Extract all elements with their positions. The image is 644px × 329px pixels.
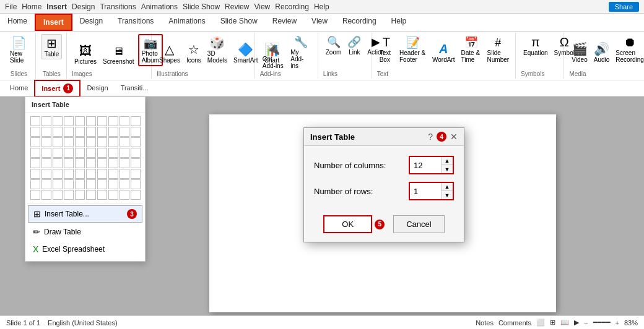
table-cell[interactable] [41,169,51,179]
menu-file[interactable]: File [5,2,17,11]
table-cell[interactable] [86,127,96,137]
table-cell[interactable] [108,179,118,189]
menu-animations[interactable]: Animations [141,2,178,11]
table-cell[interactable] [64,169,74,179]
view-reading-icon[interactable]: 📖 [560,318,569,327]
table-cell[interactable] [41,148,51,158]
table-cell[interactable] [75,137,85,147]
get-addins-button[interactable]: 🔌 Get Add-ins [260,41,287,70]
menu-review[interactable]: Review [225,2,249,11]
table-cell[interactable] [86,148,96,158]
tab-help[interactable]: Help [384,14,414,31]
table-cell[interactable] [120,169,129,179]
text-box-button[interactable]: T Text Box [377,34,396,64]
table-cell[interactable] [86,158,96,168]
tab-slideshow[interactable]: Slide Show [213,14,265,31]
table-cell[interactable] [97,148,107,158]
table-cell[interactable] [75,190,85,200]
table-cell[interactable] [64,116,74,126]
menu-item-excel-spreadsheet[interactable]: X Excel Spreadsheet [28,241,142,257]
zoom-button[interactable]: 🔍 Zoom [323,34,344,57]
tab-animations[interactable]: Animations [161,14,212,31]
audio-button[interactable]: 🔊 Audio [591,40,612,64]
table-cell[interactable] [108,169,118,179]
table-cell[interactable] [120,137,129,147]
tab-recording[interactable]: Recording [335,14,384,31]
table-button[interactable]: ⊞ Table [41,34,62,59]
table-cell[interactable] [131,148,141,158]
table-cell[interactable] [75,169,85,179]
zoom-minus-icon[interactable]: − [584,319,588,327]
table-cell[interactable] [97,137,107,147]
table-cell[interactable] [86,179,96,189]
menu-item-draw-table[interactable]: ✏ Draw Table [28,224,142,240]
rows-up-spinner[interactable]: ▲ [442,183,453,191]
menu-view[interactable]: View [254,2,270,11]
tab-view[interactable]: View [304,14,335,31]
columns-input[interactable] [410,157,441,173]
table-cell[interactable] [41,137,51,147]
menu-help[interactable]: Help [314,2,329,11]
view-slideshow-icon[interactable]: ▶ [574,318,579,327]
table-cell[interactable] [30,127,40,137]
secondary-tab-home[interactable]: Home [4,82,34,95]
tab-insert[interactable]: Insert [35,14,72,31]
table-cell[interactable] [120,158,129,168]
rows-down-spinner[interactable]: ▼ [442,191,453,199]
table-cell[interactable] [108,116,118,126]
table-cell[interactable] [131,116,141,126]
tab-review[interactable]: Review [265,14,304,31]
table-cell[interactable] [108,158,118,168]
table-cell[interactable] [131,190,141,200]
table-cell[interactable] [75,158,85,168]
table-cell[interactable] [131,137,141,147]
table-cell[interactable] [53,169,63,179]
secondary-tab-transitions[interactable]: Transiti... [115,82,155,95]
view-normal-icon[interactable]: ⬜ [536,318,545,327]
table-cell[interactable] [53,158,63,168]
tab-home[interactable]: Home [0,14,35,31]
table-cell[interactable] [120,148,129,158]
menu-design[interactable]: Design [72,2,95,11]
tab-transitions[interactable]: Transitions [110,14,161,31]
menu-item-insert-table[interactable]: ⊞ Insert Table... 3 [28,205,142,223]
zoom-plus-icon[interactable]: + [616,319,619,327]
menu-recording[interactable]: Recording [275,2,309,11]
table-cell[interactable] [75,127,85,137]
screenshot-button[interactable]: 🖥 Screenshot [100,44,137,66]
table-cell[interactable] [97,127,107,137]
table-cell[interactable] [41,127,51,137]
table-cell[interactable] [64,127,74,137]
notes-button[interactable]: Notes [476,319,494,327]
dialog-question-icon[interactable]: ? [428,132,433,142]
table-cell[interactable] [30,169,40,179]
table-cell[interactable] [131,127,141,137]
table-cell[interactable] [86,169,96,179]
table-cell[interactable] [75,116,85,126]
table-cell[interactable] [131,169,141,179]
table-cell[interactable] [97,190,107,200]
table-cell[interactable] [53,116,63,126]
icons-button[interactable]: ☆ Icons [184,41,204,65]
cancel-button[interactable]: Cancel [393,215,444,233]
table-cell[interactable] [120,190,129,200]
menu-insert[interactable]: Insert [46,2,67,11]
date-time-button[interactable]: 📅 Date & Time [459,35,484,64]
table-cell[interactable] [64,137,74,147]
shapes-button[interactable]: △ Shapes [157,41,183,65]
table-cell[interactable] [53,148,63,158]
header-footer-button[interactable]: 📝 Header & Footer [397,35,429,64]
table-cell[interactable] [75,179,85,189]
table-cell[interactable] [41,158,51,168]
slide-number-button[interactable]: # Slide Number [485,35,512,64]
table-cell[interactable] [41,190,51,200]
table-cell[interactable] [131,179,141,189]
table-cell[interactable] [86,190,96,200]
table-cell[interactable] [108,148,118,158]
table-cell[interactable] [53,137,63,147]
table-cell[interactable] [30,148,40,158]
ok-button[interactable]: OK [323,215,372,233]
link-button[interactable]: 🔗 Link [345,34,363,57]
share-button[interactable]: Share [609,2,639,12]
menu-slideshow[interactable]: Slide Show [183,2,220,11]
